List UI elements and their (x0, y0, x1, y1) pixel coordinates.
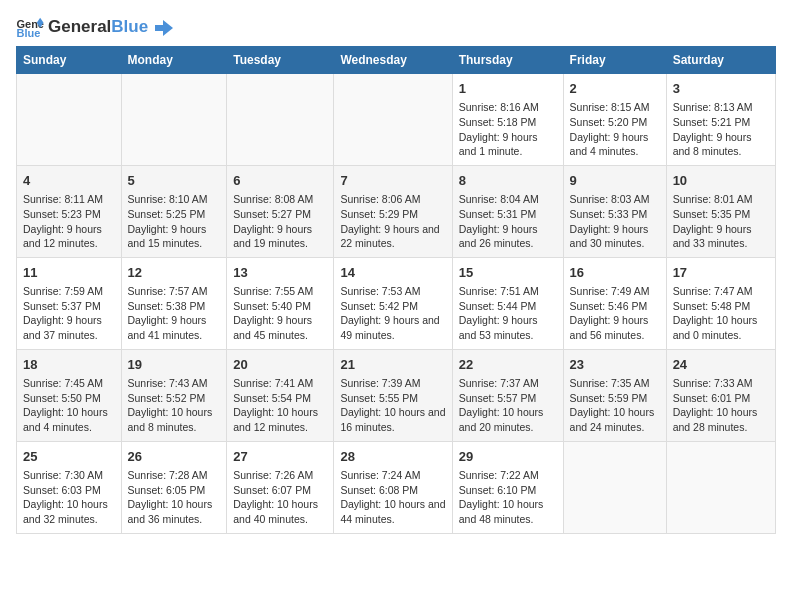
calendar-cell: 17Sunrise: 7:47 AM Sunset: 5:48 PM Dayli… (666, 257, 775, 349)
day-number: 8 (459, 172, 557, 190)
day-number: 21 (340, 356, 445, 374)
day-info: Sunrise: 7:47 AM Sunset: 5:48 PM Dayligh… (673, 284, 769, 343)
calendar-cell: 20Sunrise: 7:41 AM Sunset: 5:54 PM Dayli… (227, 349, 334, 441)
calendar-cell: 10Sunrise: 8:01 AM Sunset: 5:35 PM Dayli… (666, 165, 775, 257)
week-row-4: 18Sunrise: 7:45 AM Sunset: 5:50 PM Dayli… (17, 349, 776, 441)
day-number: 24 (673, 356, 769, 374)
day-info: Sunrise: 7:30 AM Sunset: 6:03 PM Dayligh… (23, 468, 115, 527)
day-number: 7 (340, 172, 445, 190)
calendar-cell: 1Sunrise: 8:16 AM Sunset: 5:18 PM Daylig… (452, 74, 563, 166)
calendar-cell: 2Sunrise: 8:15 AM Sunset: 5:20 PM Daylig… (563, 74, 666, 166)
day-number: 17 (673, 264, 769, 282)
day-number: 27 (233, 448, 327, 466)
day-number: 14 (340, 264, 445, 282)
calendar-cell (334, 74, 452, 166)
day-number: 13 (233, 264, 327, 282)
calendar-cell (227, 74, 334, 166)
week-row-1: 1Sunrise: 8:16 AM Sunset: 5:18 PM Daylig… (17, 74, 776, 166)
week-row-3: 11Sunrise: 7:59 AM Sunset: 5:37 PM Dayli… (17, 257, 776, 349)
logo-blue: Blue (111, 17, 148, 36)
day-info: Sunrise: 8:10 AM Sunset: 5:25 PM Dayligh… (128, 192, 221, 251)
calendar-cell (121, 74, 227, 166)
col-header-wednesday: Wednesday (334, 47, 452, 74)
day-info: Sunrise: 7:41 AM Sunset: 5:54 PM Dayligh… (233, 376, 327, 435)
header: General Blue GeneralBlue (16, 16, 776, 38)
calendar-cell: 29Sunrise: 7:22 AM Sunset: 6:10 PM Dayli… (452, 441, 563, 533)
day-number: 22 (459, 356, 557, 374)
calendar-cell: 14Sunrise: 7:53 AM Sunset: 5:42 PM Dayli… (334, 257, 452, 349)
calendar-cell: 15Sunrise: 7:51 AM Sunset: 5:44 PM Dayli… (452, 257, 563, 349)
day-info: Sunrise: 7:59 AM Sunset: 5:37 PM Dayligh… (23, 284, 115, 343)
day-number: 2 (570, 80, 660, 98)
day-number: 4 (23, 172, 115, 190)
day-number: 26 (128, 448, 221, 466)
calendar-cell: 9Sunrise: 8:03 AM Sunset: 5:33 PM Daylig… (563, 165, 666, 257)
day-number: 1 (459, 80, 557, 98)
day-info: Sunrise: 8:08 AM Sunset: 5:27 PM Dayligh… (233, 192, 327, 251)
day-number: 19 (128, 356, 221, 374)
day-info: Sunrise: 7:55 AM Sunset: 5:40 PM Dayligh… (233, 284, 327, 343)
calendar-table: SundayMondayTuesdayWednesdayThursdayFrid… (16, 46, 776, 534)
day-info: Sunrise: 8:13 AM Sunset: 5:21 PM Dayligh… (673, 100, 769, 159)
calendar-cell: 26Sunrise: 7:28 AM Sunset: 6:05 PM Dayli… (121, 441, 227, 533)
col-header-saturday: Saturday (666, 47, 775, 74)
calendar-cell: 5Sunrise: 8:10 AM Sunset: 5:25 PM Daylig… (121, 165, 227, 257)
calendar-cell: 13Sunrise: 7:55 AM Sunset: 5:40 PM Dayli… (227, 257, 334, 349)
day-info: Sunrise: 7:39 AM Sunset: 5:55 PM Dayligh… (340, 376, 445, 435)
logo-general: General (48, 17, 111, 36)
day-number: 6 (233, 172, 327, 190)
calendar-cell: 25Sunrise: 7:30 AM Sunset: 6:03 PM Dayli… (17, 441, 122, 533)
day-info: Sunrise: 8:15 AM Sunset: 5:20 PM Dayligh… (570, 100, 660, 159)
day-number: 25 (23, 448, 115, 466)
calendar-cell: 12Sunrise: 7:57 AM Sunset: 5:38 PM Dayli… (121, 257, 227, 349)
calendar-cell (666, 441, 775, 533)
logo-icon: General Blue (16, 16, 44, 38)
calendar-cell: 21Sunrise: 7:39 AM Sunset: 5:55 PM Dayli… (334, 349, 452, 441)
calendar-cell: 11Sunrise: 7:59 AM Sunset: 5:37 PM Dayli… (17, 257, 122, 349)
week-row-5: 25Sunrise: 7:30 AM Sunset: 6:03 PM Dayli… (17, 441, 776, 533)
day-info: Sunrise: 8:11 AM Sunset: 5:23 PM Dayligh… (23, 192, 115, 251)
calendar-cell: 24Sunrise: 7:33 AM Sunset: 6:01 PM Dayli… (666, 349, 775, 441)
day-info: Sunrise: 8:06 AM Sunset: 5:29 PM Dayligh… (340, 192, 445, 251)
day-number: 16 (570, 264, 660, 282)
day-number: 10 (673, 172, 769, 190)
day-info: Sunrise: 7:43 AM Sunset: 5:52 PM Dayligh… (128, 376, 221, 435)
logo: General Blue GeneralBlue (16, 16, 173, 38)
day-info: Sunrise: 7:24 AM Sunset: 6:08 PM Dayligh… (340, 468, 445, 527)
calendar-cell: 6Sunrise: 8:08 AM Sunset: 5:27 PM Daylig… (227, 165, 334, 257)
svg-text:Blue: Blue (16, 27, 40, 38)
calendar-cell: 18Sunrise: 7:45 AM Sunset: 5:50 PM Dayli… (17, 349, 122, 441)
day-number: 12 (128, 264, 221, 282)
day-info: Sunrise: 7:57 AM Sunset: 5:38 PM Dayligh… (128, 284, 221, 343)
day-number: 29 (459, 448, 557, 466)
calendar-cell: 8Sunrise: 8:04 AM Sunset: 5:31 PM Daylig… (452, 165, 563, 257)
col-header-friday: Friday (563, 47, 666, 74)
day-info: Sunrise: 8:01 AM Sunset: 5:35 PM Dayligh… (673, 192, 769, 251)
day-info: Sunrise: 7:37 AM Sunset: 5:57 PM Dayligh… (459, 376, 557, 435)
calendar-cell: 22Sunrise: 7:37 AM Sunset: 5:57 PM Dayli… (452, 349, 563, 441)
day-info: Sunrise: 7:28 AM Sunset: 6:05 PM Dayligh… (128, 468, 221, 527)
day-info: Sunrise: 7:26 AM Sunset: 6:07 PM Dayligh… (233, 468, 327, 527)
day-info: Sunrise: 7:53 AM Sunset: 5:42 PM Dayligh… (340, 284, 445, 343)
day-info: Sunrise: 8:04 AM Sunset: 5:31 PM Dayligh… (459, 192, 557, 251)
svg-marker-3 (155, 20, 173, 36)
calendar-cell: 19Sunrise: 7:43 AM Sunset: 5:52 PM Dayli… (121, 349, 227, 441)
header-row: SundayMondayTuesdayWednesdayThursdayFrid… (17, 47, 776, 74)
day-number: 3 (673, 80, 769, 98)
day-number: 18 (23, 356, 115, 374)
day-info: Sunrise: 7:35 AM Sunset: 5:59 PM Dayligh… (570, 376, 660, 435)
calendar-cell: 23Sunrise: 7:35 AM Sunset: 5:59 PM Dayli… (563, 349, 666, 441)
day-number: 5 (128, 172, 221, 190)
calendar-cell (563, 441, 666, 533)
calendar-cell: 4Sunrise: 8:11 AM Sunset: 5:23 PM Daylig… (17, 165, 122, 257)
day-info: Sunrise: 8:03 AM Sunset: 5:33 PM Dayligh… (570, 192, 660, 251)
week-row-2: 4Sunrise: 8:11 AM Sunset: 5:23 PM Daylig… (17, 165, 776, 257)
calendar-cell: 3Sunrise: 8:13 AM Sunset: 5:21 PM Daylig… (666, 74, 775, 166)
col-header-tuesday: Tuesday (227, 47, 334, 74)
calendar-cell: 7Sunrise: 8:06 AM Sunset: 5:29 PM Daylig… (334, 165, 452, 257)
day-info: Sunrise: 7:33 AM Sunset: 6:01 PM Dayligh… (673, 376, 769, 435)
calendar-cell: 28Sunrise: 7:24 AM Sunset: 6:08 PM Dayli… (334, 441, 452, 533)
day-info: Sunrise: 7:22 AM Sunset: 6:10 PM Dayligh… (459, 468, 557, 527)
col-header-sunday: Sunday (17, 47, 122, 74)
calendar-cell: 27Sunrise: 7:26 AM Sunset: 6:07 PM Dayli… (227, 441, 334, 533)
